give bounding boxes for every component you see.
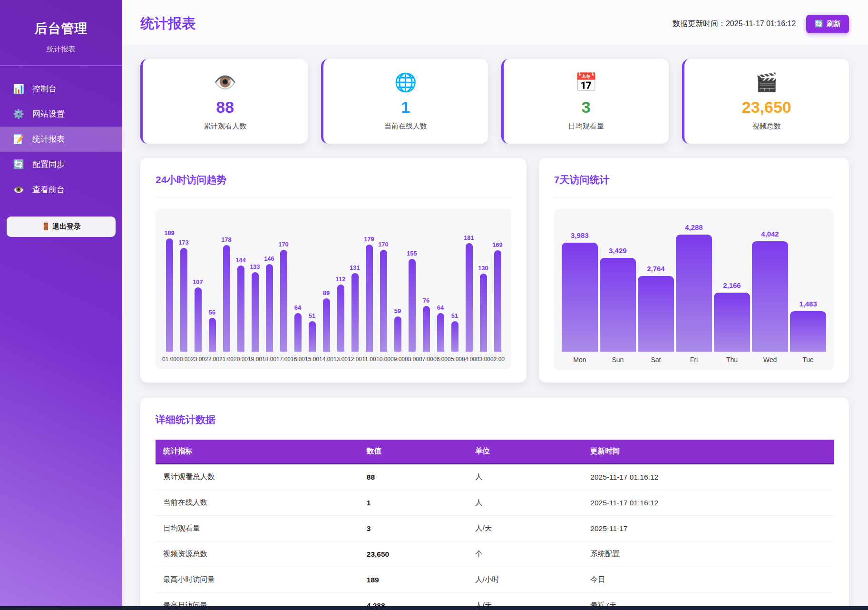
clapperboard-icon: 🎬: [684, 73, 849, 91]
bar: [294, 313, 302, 352]
bar-value-label: 64: [294, 304, 301, 311]
value-cell: 189: [359, 567, 468, 593]
sidebar-item-label: 查看前台: [32, 184, 65, 195]
bar-chart-24h: 1891731075617814413314617064518911213117…: [156, 209, 511, 369]
sidebar-divider: [0, 65, 122, 66]
bar: [638, 276, 674, 352]
sidebar-item-settings[interactable]: ⚙️网站设置: [0, 101, 122, 127]
bar: [309, 321, 316, 352]
refresh-icon: 🔄: [814, 20, 823, 28]
bar-group: 89: [319, 289, 333, 352]
sidebar-item-view-front[interactable]: 👁️查看前台: [0, 177, 122, 202]
sidebar-item-reports[interactable]: 📝统计报表: [0, 127, 122, 152]
value-cell: 1: [359, 490, 468, 516]
app-subtitle: 统计报表: [0, 45, 122, 54]
stat-value: 3: [504, 98, 669, 117]
x-tick-label: Mon: [561, 356, 599, 364]
bar-group: 189: [162, 229, 176, 352]
chart-card-7d: 7天访问统计 3,9833,4292,7644,2882,1664,0421,4…: [539, 158, 849, 383]
updated-cell: 系统配置: [583, 541, 834, 567]
logout-button[interactable]: 🚪 退出登录: [7, 216, 116, 237]
bar-value-label: 173: [178, 239, 189, 246]
stat-label: 日均观看量: [504, 122, 669, 131]
bar-chart-7d: 3,9833,4292,7644,2882,1664,0421,483 MonS…: [554, 209, 834, 370]
x-tick-label: Tue: [789, 356, 827, 364]
x-tick-label: 23:00: [191, 356, 205, 363]
bar-group: 178: [219, 236, 234, 352]
metric-cell: 最高小时访问量: [156, 567, 359, 593]
stat-card-total-viewers: 👁️ 88 累计观看人数: [140, 59, 308, 144]
update-time-label: 数据更新时间：: [673, 20, 726, 28]
bar-group: 146: [262, 255, 276, 352]
bar-group: 51: [448, 312, 462, 352]
x-tick-label: 00:00: [176, 356, 191, 363]
x-tick-label: Wed: [751, 356, 789, 364]
bar: [237, 266, 244, 352]
bar-value-label: 178: [221, 236, 232, 243]
bar-value-label: 112: [336, 275, 346, 283]
divider: [554, 197, 834, 197]
column-header-value: 数值: [359, 440, 468, 464]
stats-table: 统计指标 数值 单位 更新时间 累计观看总人数88人2025-11-17 01:…: [156, 440, 834, 610]
bottom-strip: [0, 606, 868, 610]
bar-value-label: 51: [309, 312, 315, 319]
stat-value: 1: [323, 98, 488, 117]
x-tick-label: 11:00: [362, 356, 376, 363]
app-title: 后台管理: [0, 20, 122, 37]
updated-cell: 今日: [583, 567, 834, 593]
bar-value-label: 181: [464, 234, 474, 241]
x-tick-label: Fri: [675, 356, 713, 364]
bar-group: 130: [476, 265, 490, 352]
x-axis-labels-7d: MonSunSatFriThuWedTue: [561, 356, 827, 364]
bar: [180, 248, 187, 352]
stat-card-daily-views: 📅 3 日均观看量: [501, 59, 669, 144]
x-tick-label: 04:00: [462, 356, 476, 363]
page-title: 统计报表: [140, 14, 195, 33]
x-tick-label: 07:00: [419, 356, 433, 363]
x-tick-label: 05:00: [448, 356, 462, 363]
bar: [195, 287, 202, 352]
bar-value-label: 3,429: [609, 246, 627, 255]
bar-value-label: 170: [278, 241, 289, 248]
bar-group: 51: [305, 312, 319, 352]
bar: [437, 313, 444, 352]
bar-value-label: 2,764: [647, 265, 665, 273]
bar-group: 2,166: [713, 281, 751, 352]
x-axis-labels-24h: 01:0000:0023:0022:0021:0020:0019:0018:00…: [162, 356, 505, 363]
x-tick-label: 22:00: [205, 356, 219, 363]
bar-group: 59: [390, 307, 405, 352]
sidebar-item-config-sync[interactable]: 🔄配置同步: [0, 152, 122, 177]
bars-7d: 3,9833,4292,7644,2882,1664,0421,483: [561, 220, 827, 352]
metric-cell: 当前在线人数: [156, 490, 359, 516]
bar-value-label: 2,166: [723, 281, 741, 289]
bar-group: 56: [205, 309, 219, 352]
bar-value-label: 51: [451, 312, 458, 319]
x-tick-label: 12:00: [348, 356, 362, 363]
table-row: 视频资源总数23,650个系统配置: [156, 541, 834, 567]
sidebar-item-label: 控制台: [32, 83, 57, 94]
bar-group: 2,764: [637, 265, 675, 352]
bar-group: 173: [176, 239, 191, 352]
sidebar-item-label: 网站设置: [32, 108, 65, 119]
x-tick-label: 03:00: [476, 356, 490, 363]
value-cell: 23,650: [359, 541, 468, 567]
refresh-button[interactable]: 🔄 刷新: [806, 15, 849, 33]
eye-icon: 👁️: [143, 73, 308, 91]
x-tick-label: 15:00: [305, 356, 319, 363]
bar-group: 3,983: [561, 231, 599, 352]
x-tick-label: 10:00: [376, 356, 390, 363]
sidebar-item-dashboard[interactable]: 📊控制台: [0, 76, 122, 101]
calendar-icon: 📅: [504, 73, 669, 91]
table-title: 详细统计数据: [156, 413, 834, 426]
table-header-row: 统计指标 数值 单位 更新时间: [156, 440, 834, 464]
unit-cell: 人: [468, 464, 583, 490]
bar: [451, 321, 458, 352]
bar: [166, 238, 173, 352]
bar: [266, 264, 273, 352]
bar: [209, 318, 216, 352]
bar-group: 112: [333, 275, 348, 352]
x-tick-label: 09:00: [390, 356, 405, 363]
x-tick-label: 21:00: [219, 356, 234, 363]
bar: [337, 285, 344, 352]
bar-group: 144: [234, 256, 248, 352]
